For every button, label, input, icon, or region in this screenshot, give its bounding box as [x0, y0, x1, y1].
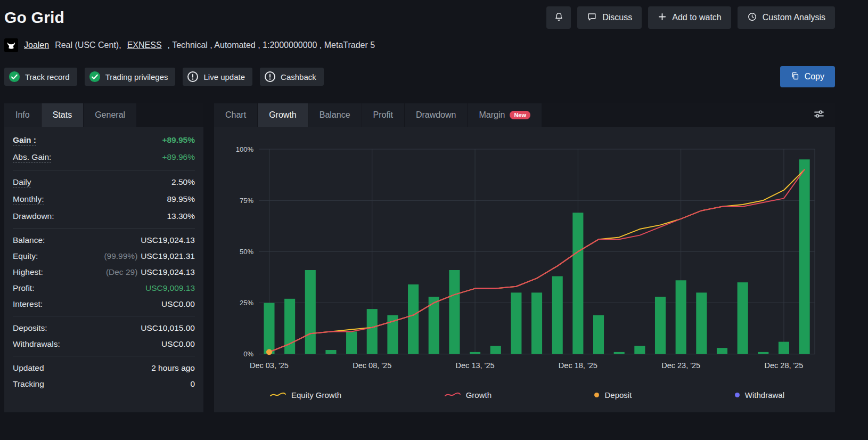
- copy-button[interactable]: Copy: [780, 66, 835, 87]
- stat-label: Highest:: [13, 267, 43, 277]
- svg-text:Dec 13, '25: Dec 13, '25: [456, 361, 495, 370]
- account-name-link[interactable]: Joalen: [24, 40, 49, 50]
- stats-tab-info[interactable]: Info: [4, 103, 42, 127]
- account-row: Joalen Real (USC Cent), EXNESS , Technic…: [4, 38, 835, 52]
- stat-row-interest: Interest:USC0.00: [13, 296, 195, 312]
- stat-label: Gain :: [13, 135, 36, 146]
- stat-row-tracking: Tracking0: [13, 376, 195, 392]
- stat-label: Tracking: [13, 379, 44, 389]
- stat-value: 13.30%: [167, 211, 195, 221]
- stat-label: Withdrawals:: [13, 339, 60, 349]
- stat-value: 2.50%: [171, 177, 195, 187]
- check-icon: [89, 71, 101, 83]
- legend-label: Growth: [466, 390, 492, 400]
- badge-label: Live update: [203, 72, 245, 82]
- stat-value-prefix: (Dec 29): [106, 267, 137, 276]
- stat-label: Abs. Gain:: [13, 152, 51, 163]
- add-to-watch-label: Add to watch: [672, 13, 722, 22]
- custom-analysis-label: Custom Analysis: [763, 13, 825, 22]
- growth-chart[interactable]: 0%25%50%75%100%Dec 03, '25Dec 08, '25Dec…: [226, 141, 823, 382]
- stat-row-abs-gain: Abs. Gain:+89.96%: [13, 149, 195, 166]
- main: InfoStatsGeneral Gain :+89.95%Abs. Gain:…: [4, 103, 835, 412]
- stats-tab-general[interactable]: General: [84, 103, 137, 127]
- stat-value: USC9,009.13: [145, 283, 195, 293]
- legend-line-swatch: [270, 390, 286, 400]
- chart-tab-margin[interactable]: MarginNew: [468, 103, 542, 127]
- stat-label: Updated: [13, 363, 44, 373]
- svg-text:25%: 25%: [240, 299, 253, 307]
- chart-tab-profit[interactable]: Profit: [362, 103, 405, 127]
- stat-row-monthly: Monthly:89.95%: [13, 191, 195, 208]
- legend-dot-swatch: [735, 393, 740, 397]
- svg-text:100%: 100%: [236, 145, 254, 153]
- stat-value: USC0.00: [161, 299, 195, 309]
- bull-avatar: [4, 38, 18, 52]
- svg-text:50%: 50%: [240, 248, 253, 256]
- stats-tab-stats[interactable]: Stats: [42, 103, 84, 127]
- chart-tab-chart[interactable]: Chart: [214, 103, 258, 127]
- svg-text:75%: 75%: [240, 197, 253, 205]
- chart-legend: Equity GrowthGrowthDepositWithdrawal: [214, 382, 835, 412]
- badge-live-update[interactable]: Live update: [183, 68, 252, 86]
- tab-label: Margin: [479, 110, 505, 120]
- stat-row-deposits: Deposits:USC10,015.00: [13, 320, 195, 336]
- stat-label: Balance:: [13, 235, 45, 245]
- add-to-watch-button[interactable]: Add to watch: [648, 6, 731, 29]
- legend-label: Deposit: [604, 390, 632, 400]
- page: Go Grid Discuss: [0, 0, 868, 412]
- stat-row-daily: Daily2.50%: [13, 174, 195, 191]
- badge-label: Track record: [25, 72, 70, 82]
- filter-sliders-icon: [813, 108, 825, 123]
- stat-value: 89.95%: [167, 194, 195, 204]
- stat-value: 0: [190, 379, 195, 389]
- divider: [13, 170, 195, 170]
- stat-label: Equity:: [13, 251, 38, 261]
- account-details: , Technical , Automated , 1:2000000000 ,…: [168, 40, 375, 50]
- stat-row-highest: Highest:(Dec 29)USC19,024.13: [13, 264, 195, 280]
- stat-row-withdrawals: Withdrawals:USC0.00: [13, 336, 195, 352]
- exclamation-icon: [264, 71, 276, 83]
- stats-tabbar: InfoStatsGeneral: [4, 103, 203, 127]
- chart-settings-button[interactable]: [813, 108, 825, 123]
- tab-label: Balance: [320, 110, 350, 120]
- clock-icon: [747, 12, 757, 24]
- badge-track-record[interactable]: Track record: [4, 68, 77, 86]
- stat-value: (Dec 29)USC19,024.13: [106, 267, 195, 277]
- discuss-icon: [587, 12, 597, 24]
- tab-label: Growth: [269, 110, 297, 120]
- custom-analysis-button[interactable]: Custom Analysis: [738, 6, 835, 29]
- stat-value-prefix: (99.99%): [104, 251, 137, 260]
- topbar: Go Grid Discuss: [4, 6, 835, 29]
- legend-item-deposit[interactable]: Deposit: [594, 390, 632, 400]
- tab-label: Stats: [53, 110, 72, 120]
- stats-body: Gain :+89.95%Abs. Gain:+89.96%Daily2.50%…: [4, 127, 203, 398]
- legend-item-equity-growth[interactable]: Equity Growth: [270, 390, 341, 400]
- chart-area: 0%25%50%75%100%Dec 03, '25Dec 08, '25Dec…: [214, 127, 835, 382]
- legend-dot-swatch: [594, 393, 599, 397]
- legend-item-withdrawal[interactable]: Withdrawal: [735, 390, 784, 400]
- broker-link[interactable]: EXNESS: [127, 40, 162, 50]
- topbar-actions: Discuss Add to watch Custom Analysis: [546, 6, 835, 29]
- stat-value: +89.95%: [162, 135, 195, 145]
- stat-value: +89.96%: [162, 152, 195, 162]
- tab-label: Chart: [225, 110, 246, 120]
- stat-row-profit: Profit:USC9,009.13: [13, 280, 195, 296]
- stat-label: Profit:: [13, 283, 34, 293]
- svg-text:Dec 28, '25: Dec 28, '25: [764, 361, 803, 370]
- legend-line-swatch: [445, 390, 461, 400]
- stat-label: Interest:: [13, 299, 43, 309]
- discuss-button[interactable]: Discuss: [577, 6, 642, 29]
- legend-item-growth[interactable]: Growth: [445, 390, 492, 400]
- copy-icon: [791, 71, 800, 83]
- chart-tab-balance[interactable]: Balance: [308, 103, 362, 127]
- notifications-button[interactable]: [546, 6, 571, 29]
- stats-panel: InfoStatsGeneral Gain :+89.95%Abs. Gain:…: [4, 103, 203, 412]
- chart-tab-drawdown[interactable]: Drawdown: [405, 103, 468, 127]
- tab-label: General: [95, 110, 125, 120]
- chart-tab-growth[interactable]: Growth: [258, 103, 308, 127]
- badge-cashback[interactable]: Cashback: [260, 68, 324, 86]
- badge-trading-privileges[interactable]: Trading privileges: [85, 68, 176, 86]
- stat-value: (99.99%)USC19,021.31: [104, 251, 195, 261]
- stat-row-equity: Equity:(99.99%)USC19,021.31: [13, 248, 195, 264]
- tab-label: Info: [15, 110, 30, 120]
